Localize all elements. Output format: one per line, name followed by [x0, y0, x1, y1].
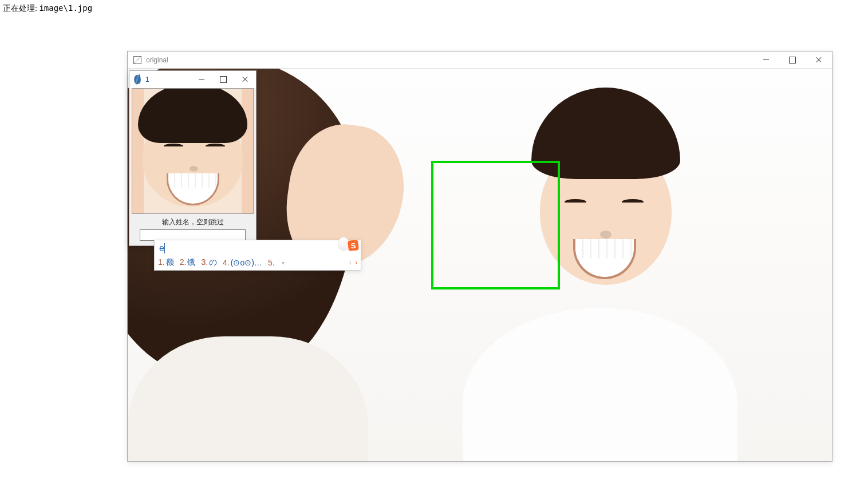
dialog-minimize-button[interactable] [191, 71, 212, 88]
maximize-button[interactable] [779, 51, 806, 69]
ime-candidate-5[interactable]: 5. [268, 258, 276, 267]
minimize-icon [763, 59, 769, 60]
sogou-badge-letter: S [348, 240, 359, 251]
main-window-titlebar[interactable]: original [128, 51, 832, 69]
name-input[interactable] [140, 229, 246, 241]
ime-candidates-row: 1.额 2.饿 3.の 4.(⊙o⊙)… 5. ▾ ‹ › [155, 256, 361, 270]
ime-dropdown[interactable]: ▾ [282, 260, 285, 266]
main-window-title: original [146, 56, 168, 64]
name-prompt-label: 输入姓名，空则跳过 [129, 214, 256, 229]
ime-candidate-4[interactable]: 4.(⊙o⊙)… [223, 258, 262, 267]
minimize-icon [199, 80, 204, 80]
ime-candidate-2[interactable]: 2.饿 [180, 257, 196, 268]
maximize-icon [220, 76, 227, 83]
dialog-title: 1 [145, 76, 149, 84]
ime-next[interactable]: › [355, 259, 357, 267]
ime-candidate-1[interactable]: 1.额 [158, 257, 174, 268]
name-input-dialog: 1 输入姓名，空则跳过 [129, 70, 257, 246]
sogou-logo: S [339, 237, 358, 252]
dialog-maximize-button[interactable] [212, 71, 234, 88]
tk-feather-icon [134, 75, 142, 84]
ime-candidate-3[interactable]: 3.の [201, 257, 217, 268]
ime-prev[interactable]: ‹ [349, 259, 352, 267]
ime-input-row: e S [155, 240, 361, 256]
dialog-close-button[interactable] [234, 71, 256, 88]
console-output: 正在处理: image\1.jpg [3, 3, 92, 14]
app-icon [133, 56, 141, 64]
face-thumbnail [132, 88, 254, 214]
face-detection-box [431, 161, 560, 289]
dialog-titlebar[interactable]: 1 [129, 71, 256, 88]
ime-typed-text: e [159, 243, 165, 253]
ime-candidate-window: e S 1.额 2.饿 3.の 4.(⊙o⊙)… 5. ▾ ‹ › [154, 240, 361, 271]
maximize-icon [789, 57, 796, 64]
close-button[interactable] [806, 51, 832, 69]
close-icon [815, 57, 822, 64]
minimize-button[interactable] [753, 51, 779, 69]
close-icon [242, 76, 248, 83]
